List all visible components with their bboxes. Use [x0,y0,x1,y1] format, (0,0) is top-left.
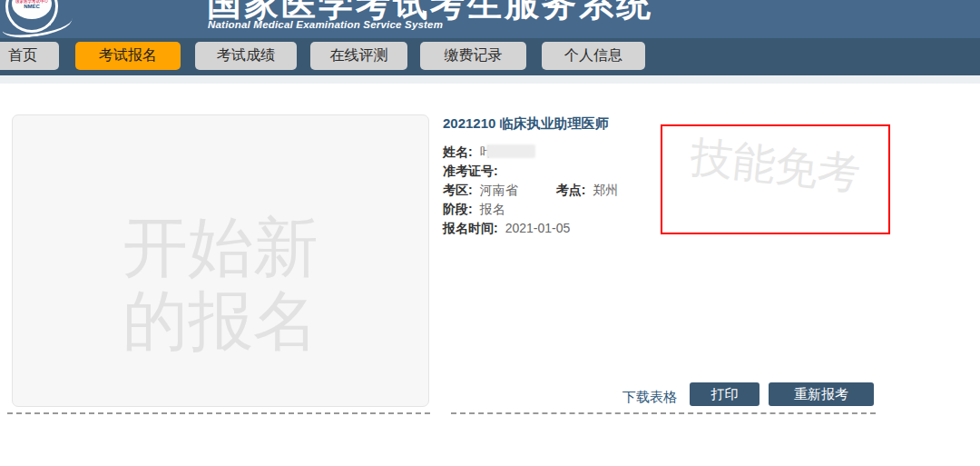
header: 国家医学考试中心 NMEC 国家医学考试考生服务系统 National Medi… [0,0,980,38]
app-window: 国家医学考试中心 NMEC 国家医学考试考生服务系统 National Medi… [0,0,980,466]
exam-title: 2021210 临床执业助理医师 [443,115,609,133]
tab-exam-registration[interactable]: 考试报名 [75,42,181,70]
logo-text-cn: 国家医学考试中心 [15,0,48,4]
site-subtitle: National Medical Examination Service Sys… [208,19,443,30]
nav-bottom-strip [0,75,980,84]
registration-info: 姓名:叶 准考证号: 考区:河南省考点:郑州 阶段:报名 报名时间:2021-0… [443,143,618,238]
reapply-button[interactable]: 重新报考 [769,382,874,406]
skill-exemption-stamp-box: 技能免考 [661,124,890,234]
left-dashed-divider [7,412,430,414]
download-form-link[interactable]: 下载表格 [622,385,677,408]
logo-text-nmec: NMEC [24,4,40,9]
right-dashed-divider [451,412,876,414]
field-registration-date: 报名时间:2021-01-05 [443,219,618,238]
field-stage: 阶段:报名 [443,200,618,219]
skill-exemption-watermark: 技能免考 [661,125,890,206]
field-admission-number: 准考证号: [443,162,618,181]
field-name: 姓名:叶 [443,143,618,162]
redacted-name-blur [486,144,535,158]
tab-home[interactable]: 首页 [0,42,59,70]
start-new-registration-watermark: 开始新 的报名 [122,211,318,359]
tab-online-assessment[interactable]: 在线评测 [310,42,407,70]
nmec-logo-icon: 国家医学考试中心 NMEC [2,0,74,44]
field-exam-site-label: 考点: [556,183,586,197]
tab-exam-results[interactable]: 考试成绩 [195,42,297,70]
print-button[interactable]: 打印 [690,382,760,406]
nav-bar: 首页 考试报名 考试成绩 在线评测 缴费记录 个人信息 [0,38,980,75]
field-exam-area: 考区:河南省考点:郑州 [443,181,618,200]
field-exam-site-value: 郑州 [593,183,618,197]
tab-payment-records[interactable]: 缴费记录 [420,42,526,70]
start-new-registration-card[interactable]: 开始新 的报名 [12,114,429,407]
tab-personal-info[interactable]: 个人信息 [542,42,645,70]
